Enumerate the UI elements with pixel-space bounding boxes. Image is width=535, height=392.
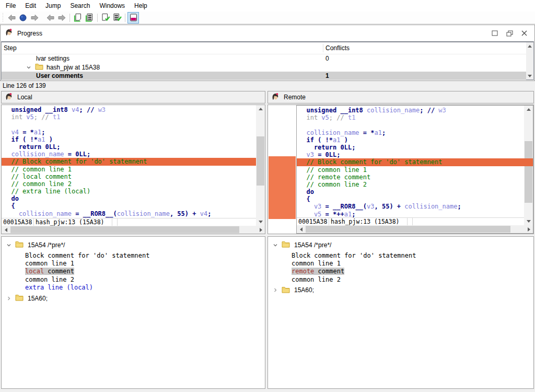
remote-code-view[interactable]: unsigned __int8 collision_name; // w3 in… [297, 106, 533, 217]
code-line[interactable]: // common line 2 [297, 181, 533, 188]
nav-forward-icon[interactable] [29, 12, 40, 24]
local-horizontal-scrollbar[interactable] [2, 226, 265, 234]
remote-horizontal-scrollbar[interactable] [297, 225, 533, 233]
code-line[interactable]: { [2, 202, 256, 210]
scroll-left-icon[interactable] [297, 225, 305, 233]
scroll-up-icon[interactable] [524, 106, 533, 113]
scrollbar-thumb[interactable] [257, 136, 264, 186]
code-line[interactable]: v3 = __ROR8__(v3, 55) + collision_name; [297, 203, 533, 210]
column-divider[interactable] [323, 44, 323, 52]
code-line[interactable]: collision_name = *a1; [297, 129, 533, 136]
comment-line[interactable]: Block comment for 'do' statemnent [292, 252, 533, 260]
table-row[interactable]: hash_pjw at 15A38 [2, 63, 526, 72]
chevron-down-icon[interactable] [5, 242, 13, 248]
code-line[interactable]: // common line 1 [297, 166, 533, 174]
menu-item-windows[interactable]: Windows [95, 1, 130, 11]
diff-change-block[interactable] [269, 156, 296, 219]
highlighted-code-line[interactable]: // Block comment for 'do' statemnent [2, 158, 256, 165]
nav-back-icon[interactable] [6, 12, 17, 24]
chevron-down-icon[interactable] [271, 242, 280, 248]
scroll-down-icon[interactable] [524, 217, 533, 225]
menu-item-search[interactable]: Search [65, 1, 95, 11]
table-row[interactable]: lvar settings0 [2, 54, 526, 63]
doc-list-icon[interactable] [84, 12, 95, 24]
code-line[interactable]: { [297, 195, 533, 203]
row-label: hash_pjw at 15A38 [46, 64, 100, 71]
code-line[interactable]: v4 = *a1; [2, 129, 256, 136]
nav-prev-icon[interactable] [44, 12, 56, 24]
close-button[interactable] [517, 28, 531, 39]
comment-block: Block comment for 'do' statemnentcommon … [25, 252, 265, 292]
tree-item[interactable]: 15A54 /*pre*/ [268, 240, 533, 250]
scroll-down-icon[interactable] [526, 72, 533, 79]
code-token: // remote comment [299, 174, 370, 181]
column-header-conflicts[interactable]: Conflicts [325, 42, 350, 54]
maximize-button[interactable] [487, 28, 502, 39]
code-line[interactable]: return 0LL; [297, 144, 533, 151]
comment-line[interactable]: local comment [25, 268, 265, 275]
toolbar-drag-handle-icon[interactable] [2, 13, 4, 22]
chevron-right-icon[interactable] [271, 287, 280, 293]
nav-next-icon[interactable] [56, 12, 67, 24]
table-scrollbar[interactable] [526, 42, 533, 79]
code-line[interactable]: do [297, 188, 533, 195]
doc-list-check-icon[interactable] [111, 12, 123, 24]
code-line[interactable]: collision_name = 0LL; [2, 151, 256, 158]
local-code-view[interactable]: unsigned __int8 v4; // w3 int v5; // t1 … [2, 105, 256, 218]
chevron-right-icon[interactable] [5, 295, 13, 302]
menu-item-edit[interactable]: Edit [20, 1, 41, 11]
scrollbar-thumb[interactable] [525, 141, 532, 203]
tree-item[interactable]: 15A60; [2, 293, 265, 303]
code-line[interactable] [297, 121, 533, 129]
code-line[interactable]: int v5; // t1 [2, 113, 256, 121]
local-vertical-scrollbar[interactable] [256, 105, 265, 226]
code-line[interactable]: if ( !*a1 ) [297, 136, 533, 144]
code-line[interactable]: unsigned __int8 v4; // w3 [2, 106, 256, 113]
restore-button[interactable] [502, 28, 517, 39]
code-line[interactable]: if ( !*a1 ) [2, 136, 256, 143]
menu-bar: FileEditJumpSearchWindowsHelp [0, 0, 535, 11]
comment-line[interactable]: common line 1 [25, 260, 265, 268]
scrollbar-thumb[interactable] [10, 226, 239, 233]
tree-item[interactable]: 15A54 /*pre*/ [2, 240, 265, 250]
scrollbar-thumb[interactable] [306, 226, 510, 233]
chevron-down-icon[interactable] [25, 64, 33, 71]
comment-line[interactable]: common line 2 [25, 276, 265, 284]
menu-item-jump[interactable]: Jump [41, 1, 65, 11]
column-header-step[interactable]: Step [4, 42, 17, 54]
view-merge-icon[interactable] [127, 12, 139, 24]
code-line[interactable] [2, 121, 256, 128]
highlighted-code-line[interactable]: // Block comment for 'do' statemnent [297, 158, 533, 166]
comment-line[interactable]: remote comment [292, 268, 533, 275]
code-line[interactable]: // common line 2 [2, 180, 256, 188]
doc-check-icon[interactable] [100, 12, 111, 24]
comment-line[interactable]: Block comment for 'do' statemnent [25, 252, 265, 260]
code-line[interactable]: do [2, 195, 256, 202]
comment-line[interactable]: common line 1 [292, 260, 533, 268]
scroll-right-icon[interactable] [525, 225, 533, 233]
code-line[interactable]: // remote comment [297, 174, 533, 181]
code-line[interactable]: v3 = 0LL; [297, 151, 533, 158]
progress-titlebar[interactable]: Progress [1, 25, 534, 41]
code-line[interactable]: // local comment [2, 173, 256, 180]
table-row[interactable]: User comments1 [2, 72, 526, 80]
nav-stop-icon[interactable] [17, 12, 29, 24]
code-line[interactable]: // extra line (local) [2, 188, 256, 195]
code-line[interactable]: // common line 1 [2, 166, 256, 173]
code-line[interactable]: int v5; // t1 [297, 114, 533, 121]
scroll-up-icon[interactable] [526, 42, 533, 50]
code-line[interactable]: return 0LL; [2, 143, 256, 151]
comment-line[interactable]: common line 2 [292, 276, 533, 284]
scroll-left-icon[interactable] [2, 226, 10, 234]
code-line[interactable]: collision_name = __ROR8__(collision_name… [2, 210, 256, 217]
doc-icon[interactable] [72, 12, 84, 24]
comment-line[interactable]: extra line (local) [25, 284, 265, 292]
menu-item-file[interactable]: File [1, 1, 20, 11]
scroll-down-icon[interactable] [256, 218, 265, 226]
scroll-right-icon[interactable] [257, 226, 265, 234]
menu-item-help[interactable]: Help [130, 1, 152, 11]
code-line[interactable]: v5 = *++a1; [297, 211, 533, 217]
scroll-up-icon[interactable] [256, 105, 265, 113]
code-line[interactable]: unsigned __int8 collision_name; // w3 [297, 107, 533, 114]
tree-item[interactable]: 15A60; [268, 285, 533, 295]
